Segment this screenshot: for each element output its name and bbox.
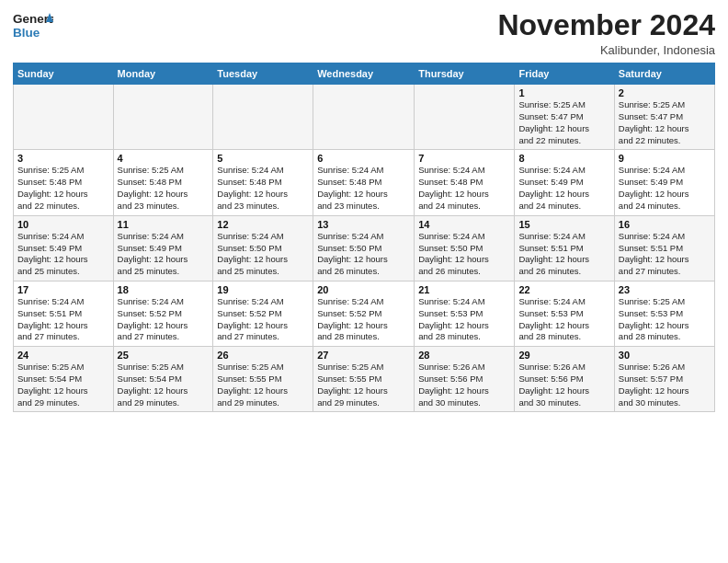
location-subtitle: Kalibunder, Indonesia bbox=[497, 43, 715, 57]
day-cell bbox=[415, 85, 515, 150]
header-day-tuesday: Tuesday bbox=[213, 63, 313, 85]
day-cell: 10Sunrise: 5:24 AM Sunset: 5:49 PM Dayli… bbox=[14, 215, 114, 281]
day-number: 29 bbox=[518, 350, 609, 361]
day-cell bbox=[113, 85, 213, 150]
day-info: Sunrise: 5:24 AM Sunset: 5:50 PM Dayligh… bbox=[317, 231, 410, 278]
day-cell: 19Sunrise: 5:24 AM Sunset: 5:52 PM Dayli… bbox=[213, 281, 313, 346]
day-number: 16 bbox=[619, 219, 711, 230]
day-cell: 20Sunrise: 5:24 AM Sunset: 5:52 PM Dayli… bbox=[313, 281, 415, 346]
day-number: 4 bbox=[118, 153, 210, 164]
day-info: Sunrise: 5:24 AM Sunset: 5:51 PM Dayligh… bbox=[17, 296, 109, 343]
day-cell: 16Sunrise: 5:24 AM Sunset: 5:51 PM Dayli… bbox=[614, 215, 714, 281]
day-info: Sunrise: 5:24 AM Sunset: 5:53 PM Dayligh… bbox=[518, 296, 609, 343]
header-day-wednesday: Wednesday bbox=[313, 63, 415, 85]
day-cell: 6Sunrise: 5:24 AM Sunset: 5:48 PM Daylig… bbox=[313, 150, 415, 215]
header-row: SundayMondayTuesdayWednesdayThursdayFrid… bbox=[14, 63, 715, 85]
calendar-header: SundayMondayTuesdayWednesdayThursdayFrid… bbox=[14, 63, 715, 85]
day-info: Sunrise: 5:24 AM Sunset: 5:53 PM Dayligh… bbox=[418, 296, 510, 343]
day-number: 9 bbox=[619, 153, 711, 164]
day-info: Sunrise: 5:25 AM Sunset: 5:55 PM Dayligh… bbox=[317, 362, 410, 408]
day-number: 24 bbox=[17, 350, 109, 361]
day-cell: 23Sunrise: 5:25 AM Sunset: 5:53 PM Dayli… bbox=[614, 281, 714, 346]
day-info: Sunrise: 5:24 AM Sunset: 5:51 PM Dayligh… bbox=[518, 231, 609, 278]
day-cell: 2Sunrise: 5:25 AM Sunset: 5:47 PM Daylig… bbox=[614, 85, 714, 150]
day-info: Sunrise: 5:26 AM Sunset: 5:56 PM Dayligh… bbox=[418, 362, 510, 408]
day-number: 30 bbox=[619, 350, 711, 361]
day-cell: 12Sunrise: 5:24 AM Sunset: 5:50 PM Dayli… bbox=[213, 215, 313, 281]
day-cell: 11Sunrise: 5:24 AM Sunset: 5:49 PM Dayli… bbox=[113, 215, 213, 281]
day-number: 15 bbox=[518, 219, 609, 230]
day-number: 3 bbox=[17, 153, 109, 164]
day-info: Sunrise: 5:24 AM Sunset: 5:51 PM Dayligh… bbox=[619, 231, 711, 278]
day-cell: 26Sunrise: 5:25 AM Sunset: 5:55 PM Dayli… bbox=[213, 347, 313, 412]
day-info: Sunrise: 5:24 AM Sunset: 5:48 PM Dayligh… bbox=[317, 165, 410, 212]
day-number: 8 bbox=[518, 153, 609, 164]
day-cell: 5Sunrise: 5:24 AM Sunset: 5:48 PM Daylig… bbox=[213, 150, 313, 215]
day-info: Sunrise: 5:25 AM Sunset: 5:47 PM Dayligh… bbox=[518, 99, 609, 146]
day-info: Sunrise: 5:24 AM Sunset: 5:49 PM Dayligh… bbox=[619, 165, 711, 212]
header-day-thursday: Thursday bbox=[415, 63, 515, 85]
day-cell: 3Sunrise: 5:25 AM Sunset: 5:48 PM Daylig… bbox=[14, 150, 114, 215]
day-info: Sunrise: 5:24 AM Sunset: 5:52 PM Dayligh… bbox=[217, 296, 309, 343]
month-title: November 2024 bbox=[497, 9, 715, 41]
day-number: 13 bbox=[317, 219, 410, 230]
calendar-body: 1Sunrise: 5:25 AM Sunset: 5:47 PM Daylig… bbox=[14, 85, 715, 412]
day-number: 27 bbox=[317, 350, 410, 361]
day-number: 17 bbox=[17, 284, 109, 295]
day-cell: 21Sunrise: 5:24 AM Sunset: 5:53 PM Dayli… bbox=[415, 281, 515, 346]
day-info: Sunrise: 5:24 AM Sunset: 5:48 PM Dayligh… bbox=[418, 165, 510, 212]
day-info: Sunrise: 5:24 AM Sunset: 5:50 PM Dayligh… bbox=[418, 231, 510, 278]
calendar: SundayMondayTuesdayWednesdayThursdayFrid… bbox=[13, 63, 715, 412]
day-number: 10 bbox=[17, 219, 109, 230]
day-info: Sunrise: 5:26 AM Sunset: 5:56 PM Dayligh… bbox=[518, 362, 609, 408]
svg-text:Blue: Blue bbox=[13, 26, 40, 40]
day-number: 20 bbox=[317, 284, 410, 295]
day-info: Sunrise: 5:25 AM Sunset: 5:55 PM Dayligh… bbox=[217, 362, 309, 408]
day-number: 28 bbox=[418, 350, 510, 361]
day-cell: 15Sunrise: 5:24 AM Sunset: 5:51 PM Dayli… bbox=[515, 215, 614, 281]
day-number: 2 bbox=[619, 87, 711, 98]
logo-svg: General Blue bbox=[13, 9, 53, 44]
day-cell: 30Sunrise: 5:26 AM Sunset: 5:57 PM Dayli… bbox=[614, 347, 714, 412]
page: General Blue November 2024 Kalibunder, I… bbox=[0, 0, 728, 563]
day-cell: 13Sunrise: 5:24 AM Sunset: 5:50 PM Dayli… bbox=[313, 215, 415, 281]
day-cell bbox=[213, 85, 313, 150]
day-info: Sunrise: 5:25 AM Sunset: 5:48 PM Dayligh… bbox=[118, 165, 210, 212]
day-number: 12 bbox=[217, 219, 309, 230]
day-info: Sunrise: 5:24 AM Sunset: 5:50 PM Dayligh… bbox=[217, 231, 309, 278]
day-cell: 27Sunrise: 5:25 AM Sunset: 5:55 PM Dayli… bbox=[313, 347, 415, 412]
week-row-5: 24Sunrise: 5:25 AM Sunset: 5:54 PM Dayli… bbox=[14, 347, 715, 412]
day-info: Sunrise: 5:24 AM Sunset: 5:49 PM Dayligh… bbox=[118, 231, 210, 278]
day-cell: 18Sunrise: 5:24 AM Sunset: 5:52 PM Dayli… bbox=[113, 281, 213, 346]
day-info: Sunrise: 5:25 AM Sunset: 5:48 PM Dayligh… bbox=[17, 165, 109, 212]
day-info: Sunrise: 5:24 AM Sunset: 5:49 PM Dayligh… bbox=[518, 165, 609, 212]
day-cell: 24Sunrise: 5:25 AM Sunset: 5:54 PM Dayli… bbox=[14, 347, 114, 412]
week-row-1: 1Sunrise: 5:25 AM Sunset: 5:47 PM Daylig… bbox=[14, 85, 715, 150]
day-number: 14 bbox=[418, 219, 510, 230]
day-cell: 25Sunrise: 5:25 AM Sunset: 5:54 PM Dayli… bbox=[113, 347, 213, 412]
day-number: 21 bbox=[418, 284, 510, 295]
day-cell: 8Sunrise: 5:24 AM Sunset: 5:49 PM Daylig… bbox=[515, 150, 614, 215]
day-number: 7 bbox=[418, 153, 510, 164]
week-row-3: 10Sunrise: 5:24 AM Sunset: 5:49 PM Dayli… bbox=[14, 215, 715, 281]
day-cell: 9Sunrise: 5:24 AM Sunset: 5:49 PM Daylig… bbox=[614, 150, 714, 215]
header-day-monday: Monday bbox=[113, 63, 213, 85]
day-info: Sunrise: 5:25 AM Sunset: 5:47 PM Dayligh… bbox=[619, 99, 711, 146]
day-cell: 29Sunrise: 5:26 AM Sunset: 5:56 PM Dayli… bbox=[515, 347, 614, 412]
day-number: 25 bbox=[118, 350, 210, 361]
day-info: Sunrise: 5:24 AM Sunset: 5:49 PM Dayligh… bbox=[17, 231, 109, 278]
day-number: 1 bbox=[518, 87, 609, 98]
day-cell: 22Sunrise: 5:24 AM Sunset: 5:53 PM Dayli… bbox=[515, 281, 614, 346]
day-number: 23 bbox=[619, 284, 711, 295]
day-info: Sunrise: 5:25 AM Sunset: 5:53 PM Dayligh… bbox=[619, 296, 711, 343]
day-info: Sunrise: 5:24 AM Sunset: 5:52 PM Dayligh… bbox=[118, 296, 210, 343]
day-info: Sunrise: 5:26 AM Sunset: 5:57 PM Dayligh… bbox=[619, 362, 711, 408]
week-row-4: 17Sunrise: 5:24 AM Sunset: 5:51 PM Dayli… bbox=[14, 281, 715, 346]
day-cell: 7Sunrise: 5:24 AM Sunset: 5:48 PM Daylig… bbox=[415, 150, 515, 215]
day-info: Sunrise: 5:25 AM Sunset: 5:54 PM Dayligh… bbox=[17, 362, 109, 408]
day-number: 19 bbox=[217, 284, 309, 295]
header-day-friday: Friday bbox=[515, 63, 614, 85]
logo: General Blue bbox=[13, 9, 53, 44]
day-number: 11 bbox=[118, 219, 210, 230]
day-info: Sunrise: 5:25 AM Sunset: 5:54 PM Dayligh… bbox=[118, 362, 210, 408]
